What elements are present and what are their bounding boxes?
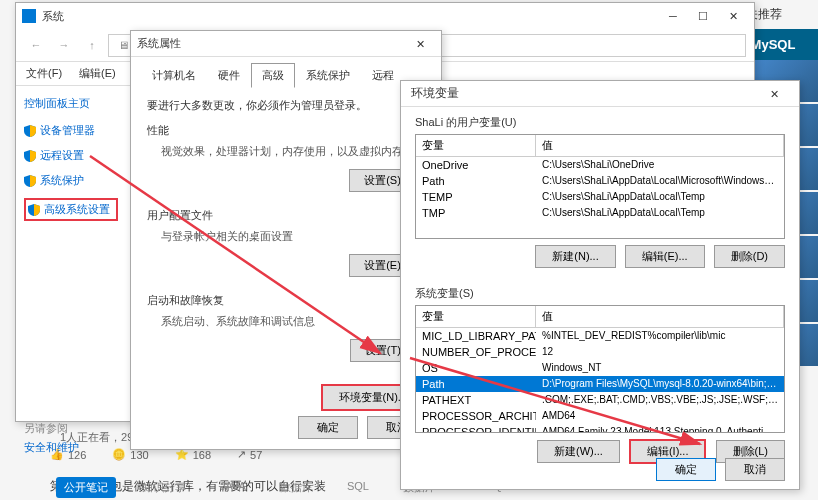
table-row[interactable]: MIC_LD_LIBRARY_PATH%INTEL_DEV_REDIST%com… [416,328,784,344]
startup-heading: 启动和故障恢复 [147,293,425,308]
maximize-button[interactable]: ☐ [688,6,718,26]
crumb-icon: 🖥 [118,39,129,51]
security-link[interactable]: 安全和维护 [24,440,118,455]
sidebar-item-remote[interactable]: 远程设置 [24,148,118,163]
back-button[interactable]: ← [24,33,48,57]
col-variable: 变量 [416,135,536,156]
ok-button[interactable]: 确定 [656,458,716,481]
close-button[interactable]: ✕ [718,6,748,26]
table-row[interactable]: TMPC:\Users\ShaLi\AppData\Local\Temp [416,205,784,221]
ok-button[interactable]: 确定 [298,416,358,439]
foot-tab[interactable]: SQL [339,477,377,498]
col-value: 值 [536,135,784,156]
shield-icon [24,125,36,137]
window-title: 系统 [42,9,658,24]
col-value: 值 [536,306,784,327]
sys-vars-label: 系统变量(S) [415,286,785,301]
foot-tab[interactable]: 数据库 [272,477,321,498]
profile-desc: 与登录帐户相关的桌面设置 [161,229,425,244]
col-variable: 变量 [416,306,536,327]
user-vars-table[interactable]: 变量 值 OneDriveC:\Users\ShaLi\OneDrivePath… [415,134,785,239]
control-panel-home-link[interactable]: 控制面板主页 [24,96,118,111]
table-row[interactable]: OneDriveC:\Users\ShaLi\OneDrive [416,157,784,173]
tab-advanced[interactable]: 高级 [251,63,295,88]
table-row[interactable]: TEMPC:\Users\ShaLi\AppData\Local\Temp [416,189,784,205]
startup-desc: 系统启动、系统故障和调试信息 [161,314,425,329]
table-row[interactable]: NUMBER_OF_PROCESSORS12 [416,344,784,360]
table-row[interactable]: PROCESSOR_IDENTIFIERAMD64 Family 23 Mode… [416,424,784,433]
close-button[interactable]: ✕ [405,34,435,54]
table-row[interactable]: PATHEXT.COM;.EXE;.BAT;.CMD;.VBS;.VBE;.JS… [416,392,784,408]
table-row[interactable]: PathC:\Users\ShaLi\AppData\Local\Microso… [416,173,784,189]
menu-edit[interactable]: 编辑(E) [79,67,116,79]
menu-file[interactable]: 文件(F) [26,67,62,79]
foot-tab-notes[interactable]: 公开笔记 [56,477,116,498]
sidebar-item-advanced[interactable]: 高级系统设置 [24,198,118,221]
sys-new-button[interactable]: 新建(W)... [537,440,620,463]
perf-desc: 视觉效果，处理器计划，内存使用，以及虚拟内存 [161,144,425,159]
dialog-title: 系统属性 [137,36,405,51]
user-delete-button[interactable]: 删除(D) [714,245,785,268]
tab-computer-name[interactable]: 计算机名 [141,63,207,88]
window-icon [22,9,36,23]
cancel-button[interactable]: 取消 [725,458,785,481]
table-row[interactable]: PathD:\Program Files\MySQL\mysql-8.0.20-… [416,376,784,392]
tab-hardware[interactable]: 硬件 [207,63,251,88]
foot-tab[interactable]: 知识分享 [134,477,194,498]
user-edit-button[interactable]: 编辑(E)... [625,245,705,268]
tab-remote[interactable]: 远程 [361,63,405,88]
sidebar-item-device-manager[interactable]: 设备管理器 [24,123,118,138]
sidebar-item-protection[interactable]: 系统保护 [24,173,118,188]
table-row[interactable]: PROCESSOR_ARCHITECT...AMD64 [416,408,784,424]
admin-notice: 要进行大多数更改，你必须作为管理员登录。 [147,98,425,113]
shield-icon [24,175,36,187]
dialog-title: 环境变量 [411,85,759,102]
user-vars-label: ShaLi 的用户变量(U) [415,115,785,130]
perf-heading: 性能 [147,123,425,138]
close-button[interactable]: ✕ [759,84,789,104]
minimize-button[interactable]: ─ [658,6,688,26]
profile-heading: 用户配置文件 [147,208,425,223]
foot-tab[interactable]: JAVA [212,477,254,498]
tab-protection[interactable]: 系统保护 [295,63,361,88]
sys-vars-table[interactable]: 变量 值 MIC_LD_LIBRARY_PATH%INTEL_DEV_REDIS… [415,305,785,433]
shield-icon [28,204,40,216]
see-also-label: 另请参阅 [24,421,118,436]
user-new-button[interactable]: 新建(N)... [535,245,615,268]
forward-button[interactable]: → [52,33,76,57]
table-row[interactable]: OSWindows_NT [416,360,784,376]
up-button[interactable]: ↑ [80,33,104,57]
shield-icon [24,150,36,162]
